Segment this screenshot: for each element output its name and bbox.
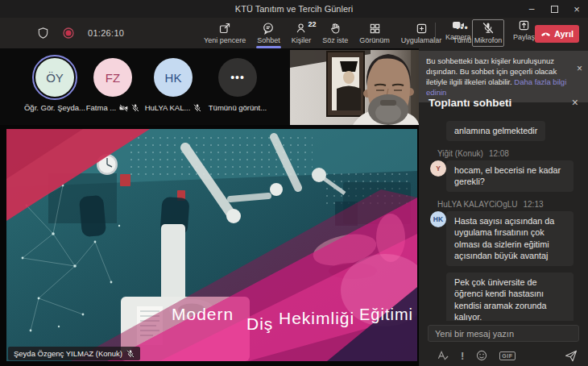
camera-button[interactable]: Kamera: [440, 19, 477, 41]
teams-meeting-window: KTÜ Tanıtım ve Tercih Günleri – × 01:26:…: [0, 0, 588, 366]
leave-button[interactable]: Ayrıl: [535, 25, 579, 43]
show-all-participants-button[interactable]: ••• Tümünü görünt...: [205, 58, 270, 112]
meeting-chat-panel: Bu sohbetteki bazı kişiler kuruluşunuz d…: [419, 48, 588, 366]
participant-name: Öğr. Gör. Şeyda...: [24, 103, 85, 112]
raise-hand-button[interactable]: Söz iste: [317, 18, 354, 48]
camera-feed-tile[interactable]: [290, 50, 419, 125]
avatar: ÖY: [35, 58, 74, 97]
participant-name: Fatma ...: [86, 103, 139, 112]
chat-title: Toplantı sohbeti: [429, 97, 572, 109]
chat-message: anlamına gelmektedir: [430, 121, 582, 141]
titlebar: KTÜ Tanıtım ve Tercih Günleri – ×: [0, 0, 588, 18]
share-screen-icon: [518, 19, 530, 31]
chat-close-icon[interactable]: ×: [572, 96, 578, 109]
slide-title-word-2: Diş: [246, 314, 273, 333]
chat-button[interactable]: Sohbet: [251, 18, 286, 48]
message-author: HuLYA KALAYCiOgLU: [437, 200, 518, 209]
meeting-status: 01:26:10: [37, 18, 124, 48]
message-bubble: Hasta sayısı açısından da uygulama fırsa…: [446, 211, 574, 266]
window-controls: – ×: [520, 0, 588, 18]
priority-button[interactable]: !: [461, 350, 464, 362]
recording-indicator-icon: [63, 27, 74, 39]
meeting-timer: 01:26:10: [88, 28, 124, 38]
minimize-button[interactable]: –: [520, 0, 543, 18]
avatar: FZ: [93, 58, 132, 97]
message-author: Yiğit (Konuk): [437, 149, 483, 158]
new-window-button[interactable]: Yeni pencere: [198, 18, 251, 48]
avatar: HK: [430, 211, 446, 227]
chat-message: Pek çok üniversite de öğrenci kendi hast…: [430, 272, 582, 322]
shield-icon: [37, 27, 49, 40]
participant-name: HuLYA KAL...: [145, 103, 202, 112]
overflow-ellipsis-icon: •••: [218, 58, 257, 97]
participant-tile-fatma[interactable]: FZ Fatma ...: [81, 58, 145, 112]
shared-slide: Modern Diş Hekimliği Eğitimi: [6, 129, 417, 361]
slide-title-word-1: Modern: [172, 305, 234, 323]
maximize-icon: [551, 6, 558, 13]
avatar: Y: [430, 160, 446, 177]
people-icon: 22: [296, 22, 308, 35]
camera-feed-video: [290, 50, 419, 125]
chat-icon: [262, 22, 275, 35]
participant-filmstrip: ÖY Öğr. Gör. Şeyda... FZ Fatma ...: [0, 48, 419, 125]
message-bubble: hocam, el becerisi ne kadar gerekli?: [446, 160, 574, 192]
mic-off-icon: [126, 350, 135, 358]
emoji-button[interactable]: [476, 350, 487, 361]
message-meta: HuLYA KALAYCiOgLU12:13: [437, 200, 582, 209]
presenter-name-tag: Şeyda Özgenç YILMAZ (Konuk): [8, 347, 140, 360]
participant-tile-seyda[interactable]: ÖY Öğr. Gör. Şeyda...: [23, 58, 87, 112]
meeting-toolbar: 01:26:10 Yeni pencere Sohbet: [0, 18, 588, 48]
microphone-button[interactable]: Mikrofon: [472, 19, 504, 47]
camera-icon: [452, 19, 465, 31]
people-button[interactable]: 22 Kişiler: [286, 18, 317, 48]
maximize-button[interactable]: [543, 0, 565, 18]
slide-title-word-4: Eğitimi: [359, 306, 413, 323]
close-button[interactable]: ×: [565, 0, 588, 18]
hangup-icon: [540, 31, 551, 37]
format-button[interactable]: [437, 350, 449, 361]
mic-off-icon: [131, 104, 139, 112]
compose-actions: ! GIF: [419, 345, 588, 366]
view-button[interactable]: Görünüm: [354, 18, 395, 48]
banner-close-icon[interactable]: ×: [577, 64, 582, 73]
popout-icon: [218, 22, 231, 35]
microphone-muted-icon: [482, 22, 495, 35]
message-time: 12:13: [524, 200, 544, 209]
chat-message-list[interactable]: anlamına gelmektedir Yiğit (Konuk)12:08 …: [419, 119, 588, 321]
message-input[interactable]: [428, 325, 579, 342]
gif-button[interactable]: GIF: [499, 351, 515, 360]
toolbar-separator: [435, 23, 436, 44]
chat-header: Toplantı sohbeti ×: [419, 90, 588, 114]
show-all-label: Tümünü görünt...: [209, 103, 267, 112]
apps-plus-icon: [416, 22, 428, 35]
raise-hand-icon: [329, 22, 342, 35]
message-time: 12:08: [489, 149, 509, 158]
chat-message: Y hocam, el becerisi ne kadar gerekli?: [430, 160, 582, 192]
message-meta: Yiğit (Konuk)12:08: [437, 149, 582, 158]
send-button[interactable]: [565, 345, 578, 366]
mic-off-icon: [193, 104, 201, 112]
speaking-ring: ÖY: [32, 55, 77, 100]
participant-tile-hulya[interactable]: HK HuLYA KAL...: [141, 58, 205, 112]
message-bubble: Pek çok üniversite de öğrenci kendi hast…: [446, 272, 574, 322]
camera-off-icon: [119, 104, 128, 112]
slide-title-word-3: Hekimliği: [279, 309, 354, 327]
window-title: KTÜ Tanıtım ve Tercih Günleri: [0, 0, 588, 18]
presentation-stage: Modern Diş Hekimliği Eğitimi Şeyda Özgen…: [0, 125, 419, 366]
avatar: HK: [154, 58, 193, 97]
grid-view-icon: [369, 22, 381, 35]
chat-message: HK Hasta sayısı açısından da uygulama fı…: [430, 211, 582, 266]
participant-count-badge: 22: [308, 20, 316, 28]
message-bubble: anlamına gelmektedir: [446, 121, 545, 141]
